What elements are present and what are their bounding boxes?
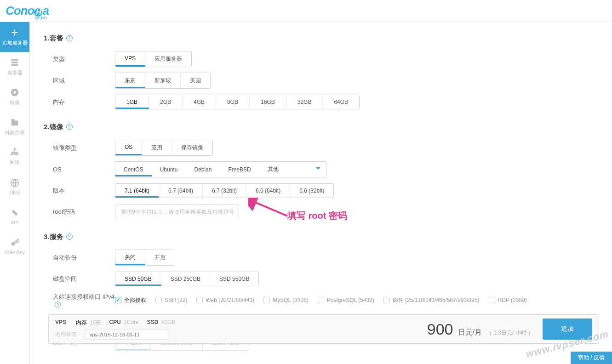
sidebar-item-label: 对象存储 xyxy=(5,129,25,136)
help-icon[interactable]: ? xyxy=(66,233,73,240)
label-memory: 内存 xyxy=(44,98,115,106)
version-opt[interactable]: 7.1 (64bit) xyxy=(115,184,159,198)
logo[interactable]: ConoHa byGMO xyxy=(6,4,49,18)
os-opt[interactable]: Debian xyxy=(186,163,220,176)
plug-icon xyxy=(10,208,20,218)
version-opt[interactable]: 6.6 (64bit) xyxy=(246,184,290,198)
memory-selector: 1GB 2GB 4GB 8GB 16GB 32GB 64GB xyxy=(115,95,360,109)
port-chk-pg[interactable]: PostgreSQL (5432) xyxy=(318,297,374,303)
memory-opt[interactable]: 64GB xyxy=(323,95,359,109)
header: ConoHa byGMO xyxy=(0,0,612,22)
help-icon[interactable]: ? xyxy=(55,301,61,307)
sidebar-item-dns[interactable]: DNS xyxy=(0,171,29,201)
help-icon[interactable]: ? xyxy=(66,124,73,130)
sidebar-item-label: API xyxy=(11,220,19,225)
memory-opt[interactable]: 16GB xyxy=(250,95,286,109)
region-opt-sg[interactable]: 新加坡 xyxy=(145,73,181,88)
summary-vps: VPS xyxy=(55,319,66,325)
add-button[interactable]: 追加 xyxy=(543,318,592,340)
help-feedback-tab[interactable]: 帮助 / 反馈 xyxy=(571,352,612,364)
image-type-selector: OS 应用 保存镜像 xyxy=(115,140,213,156)
label-root-pw: root密码 xyxy=(44,208,115,216)
sidebar-item-storage[interactable]: 对象存储 xyxy=(0,112,29,142)
port-chk-rdp[interactable]: RDP (3389) xyxy=(489,297,527,303)
label-port-ipv4: 入站连接授权端口 IPv4? xyxy=(44,293,115,308)
svg-point-1 xyxy=(13,91,16,94)
region-selector: 东京 新加坡 美国 xyxy=(115,73,211,89)
os-opt[interactable]: 其他 xyxy=(259,162,287,177)
disk-opt[interactable]: SSD 250GB xyxy=(161,272,210,286)
os-selector: CentOS Ubuntu Debian FreeBSD 其他 xyxy=(115,161,326,177)
port-chk-web[interactable]: Web (20/21/80/443) xyxy=(196,297,254,303)
label-backup: 自动备份 xyxy=(44,254,115,262)
globe-icon xyxy=(10,178,20,188)
sidebar-item-add-server[interactable]: 追加服务器 xyxy=(0,22,29,52)
label-version: 版本 xyxy=(44,187,115,195)
summary-bar: VPS 内存 1GB CPU 2Core SSD 50GB 名称标签 900 日… xyxy=(48,314,599,344)
disc-icon xyxy=(10,87,20,97)
backup-opt-on[interactable]: 开启 xyxy=(145,250,175,265)
label-type: 类型 xyxy=(44,55,115,63)
imgtype-opt-saved[interactable]: 保存镜像 xyxy=(172,140,212,155)
name-tag-input[interactable] xyxy=(86,330,168,340)
price-sub: （ 1.3日元/ 小时 ） xyxy=(486,329,533,337)
key-icon xyxy=(10,238,20,248)
label-disk: 磁盘空间 xyxy=(44,275,115,283)
region-opt-us[interactable]: 美国 xyxy=(181,73,210,88)
version-opt[interactable]: 6.7 (32bit) xyxy=(203,184,246,198)
label-image-type: 镜像类型 xyxy=(44,144,115,152)
sidebar-item-label: 镜像 xyxy=(10,99,20,106)
memory-opt[interactable]: 2GB xyxy=(149,95,183,109)
price-unit: 日元/月 xyxy=(458,328,482,337)
sidebar-item-servers[interactable]: 服务器 xyxy=(0,52,29,82)
plus-icon xyxy=(10,28,20,38)
svg-point-3 xyxy=(11,242,15,245)
port-chk-mail[interactable]: 邮件 (25/110/143/465/587/993/995) xyxy=(383,296,480,304)
disk-opt[interactable]: SSD 50GB xyxy=(115,272,161,286)
backup-opt-off[interactable]: 关闭 xyxy=(115,250,145,265)
os-opt[interactable]: CentOS xyxy=(115,163,152,176)
version-opt[interactable]: 6.6 (32bit) xyxy=(290,184,333,198)
chevron-down-icon[interactable] xyxy=(316,167,320,170)
memory-opt[interactable]: 32GB xyxy=(286,95,323,109)
summary-cpu-val: 2Core xyxy=(124,319,139,325)
sidebar-item-images[interactable]: 镜像 xyxy=(0,82,29,112)
type-opt-vps[interactable]: VPS xyxy=(115,51,145,67)
sidebar: 追加服务器 服务器 镜像 对象存储 网络 DNS API SSH Key xyxy=(0,22,30,364)
port-chk-mysql[interactable]: MySQL (3306) xyxy=(263,297,309,303)
imgtype-opt-app[interactable]: 应用 xyxy=(142,140,172,155)
root-password-input[interactable] xyxy=(115,205,239,219)
sidebar-item-network[interactable]: 网络 xyxy=(0,142,29,171)
summary-mem-label: 内存 xyxy=(76,319,87,326)
label-os: OS xyxy=(44,166,115,173)
disk-opt[interactable]: SSD 550GB xyxy=(210,272,258,286)
sidebar-item-api[interactable]: API xyxy=(0,201,29,231)
label-name-tag: 名称标签 xyxy=(55,330,77,338)
memory-opt[interactable]: 1GB xyxy=(115,95,149,109)
version-selector: 7.1 (64bit) 6.7 (64bit) 6.7 (32bit) 6.6 … xyxy=(115,183,334,198)
sidebar-item-label: 服务器 xyxy=(7,69,23,76)
help-icon[interactable]: ? xyxy=(66,35,73,41)
os-opt[interactable]: FreeBSD xyxy=(220,163,259,176)
ipv4-ports: 全部授权 SSH (22) Web (20/21/80/443) MySQL (… xyxy=(115,296,527,304)
summary-ssd-val: 50GB xyxy=(161,319,176,325)
type-opt-app[interactable]: 应用服务器 xyxy=(145,51,191,67)
memory-opt[interactable]: 8GB xyxy=(216,95,250,109)
os-opt[interactable]: Ubuntu xyxy=(152,163,186,176)
port-chk-all[interactable]: 全部授权 xyxy=(115,296,146,304)
summary-cpu-label: CPU xyxy=(109,319,120,325)
version-opt[interactable]: 6.7 (64bit) xyxy=(159,184,203,198)
memory-opt[interactable]: 4GB xyxy=(183,95,216,109)
sidebar-item-label: 网络 xyxy=(10,159,20,166)
sidebar-item-sshkey[interactable]: SSH Key xyxy=(0,231,29,261)
sidebar-item-label: SSH Key xyxy=(5,250,25,255)
backup-selector: 关闭 开启 xyxy=(115,250,175,266)
price-number: 900 xyxy=(427,320,453,338)
type-selector: VPS 应用服务器 xyxy=(115,51,192,67)
imgtype-opt-os[interactable]: OS xyxy=(115,140,142,155)
port-chk-ssh[interactable]: SSH (22) xyxy=(155,297,187,303)
folder-icon xyxy=(10,117,20,127)
summary-mem-val: 1GB xyxy=(90,319,101,326)
main-content: 1.套餐? 类型 VPS 应用服务器 区域 东京 新加坡 美国 内存 1GB 2… xyxy=(30,22,612,364)
region-opt-tokyo[interactable]: 东京 xyxy=(115,73,145,88)
